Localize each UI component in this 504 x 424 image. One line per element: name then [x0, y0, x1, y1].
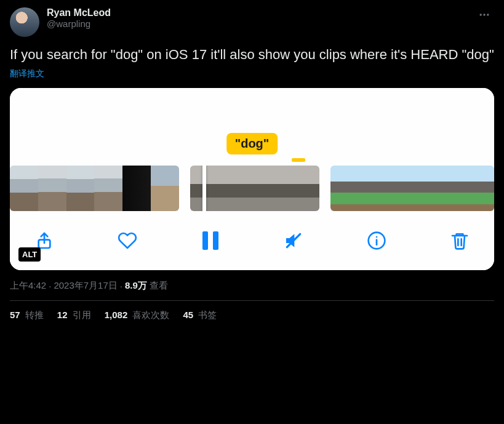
clip-thumb: [330, 166, 358, 211]
tweet-header: Ryan McLeod @warpling: [10, 7, 494, 37]
clip-group-3[interactable]: [330, 166, 494, 211]
clip-thumb: [467, 166, 494, 211]
more-options-icon[interactable]: [474, 7, 494, 25]
svg-point-1: [483, 14, 485, 15]
pause-icon[interactable]: [198, 228, 223, 253]
clip-thumb: [439, 166, 466, 211]
clip-thumb: [122, 166, 151, 211]
meta-sep: ·: [49, 281, 51, 291]
video-timeline[interactable]: [10, 154, 494, 211]
clip-thumb: [385, 166, 412, 211]
timeline-marker: [292, 158, 305, 162]
playhead[interactable]: [202, 166, 206, 211]
svg-point-0: [480, 14, 482, 15]
quotes-stat[interactable]: 12 引用: [57, 310, 91, 321]
author-names[interactable]: Ryan McLeod @warpling: [47, 7, 467, 29]
clip-thumb: [66, 166, 95, 211]
clip-group-1[interactable]: [10, 166, 179, 211]
clip-thumb: [358, 166, 385, 211]
heart-icon[interactable]: [115, 228, 140, 253]
meta-sep: ·: [120, 281, 122, 291]
meta-date: 2023年7月17日: [54, 280, 117, 292]
display-name: Ryan McLeod: [47, 7, 467, 18]
clip-thumb: [10, 166, 38, 211]
tweet-text: If you search for "dog" on iOS 17 it'll …: [10, 46, 494, 63]
bookmarks-stat[interactable]: 45 书签: [183, 310, 217, 321]
trash-icon[interactable]: [447, 228, 472, 253]
mute-icon[interactable]: [281, 228, 306, 253]
retweets-stat[interactable]: 57 转推: [10, 310, 44, 321]
clip-thumb: [38, 166, 66, 211]
svg-point-2: [487, 14, 489, 15]
svg-point-7: [376, 236, 378, 238]
media-whitespace: "dog": [10, 88, 494, 154]
tweet-container: Ryan McLeod @warpling If you search for …: [0, 0, 504, 329]
clip-thumb: [190, 166, 233, 211]
media-toolbar: [10, 211, 494, 270]
alt-badge[interactable]: ALT: [18, 247, 41, 262]
info-icon[interactable]: [364, 228, 389, 253]
clip-thumb: [276, 166, 319, 211]
media-card[interactable]: "dog": [10, 88, 494, 270]
likes-stat[interactable]: 1,082 喜欢次数: [105, 310, 170, 321]
clip-thumb: [233, 166, 276, 211]
clip-thumb: [151, 166, 179, 211]
clip-thumb: [412, 166, 439, 211]
translate-link[interactable]: 翻译推文: [10, 68, 494, 79]
views-label: 查看: [150, 280, 168, 292]
search-term-chip: "dog": [226, 133, 278, 154]
meta-row[interactable]: 上午4:42 · 2023年7月17日 · 8.9万 查看: [10, 280, 494, 292]
stats-row: 57 转推 12 引用 1,082 喜欢次数 45 书签: [10, 301, 494, 321]
clip-thumb: [94, 166, 122, 211]
views-value: 8.9万: [125, 280, 147, 292]
clip-group-2[interactable]: [190, 166, 319, 211]
handle: @warpling: [47, 18, 467, 29]
avatar[interactable]: [10, 7, 39, 37]
meta-time: 上午4:42: [10, 280, 46, 292]
